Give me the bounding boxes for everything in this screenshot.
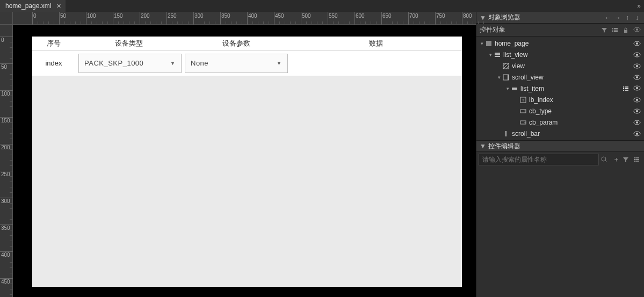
disclosure-icon[interactable]: ▼ bbox=[480, 142, 486, 150]
eye-icon[interactable] bbox=[633, 41, 641, 46]
tree-node-label: view bbox=[512, 62, 603, 70]
svg-rect-28 bbox=[623, 86, 624, 88]
hatch-icon bbox=[502, 62, 510, 70]
svg-rect-32 bbox=[623, 90, 624, 91]
property-search-row: ＋ bbox=[476, 152, 644, 167]
control-editor-title: 控件编辑器 bbox=[488, 142, 520, 151]
file-tab[interactable]: home_page.xml × bbox=[0, 0, 66, 12]
svg-point-16 bbox=[636, 54, 638, 56]
svg-rect-53 bbox=[634, 159, 635, 160]
nav-forward-icon[interactable]: → bbox=[614, 14, 621, 21]
tree-node-label: scroll_view bbox=[512, 74, 603, 81]
expander-icon[interactable]: ▾ bbox=[487, 52, 494, 57]
tree-node-view[interactable]: view bbox=[476, 60, 644, 71]
tree-node-label: cb_type bbox=[529, 107, 603, 115]
svg-rect-13 bbox=[495, 54, 500, 55]
combo-icon bbox=[519, 107, 527, 115]
svg-rect-1 bbox=[614, 28, 618, 29]
tree-node-list_view[interactable]: ▾list_view bbox=[476, 49, 644, 60]
close-icon[interactable]: × bbox=[56, 2, 61, 10]
item-icon bbox=[511, 85, 518, 92]
list-icon[interactable] bbox=[612, 27, 618, 33]
svg-rect-5 bbox=[614, 31, 618, 32]
svg-point-49 bbox=[602, 157, 606, 161]
expander-icon[interactable]: ▾ bbox=[496, 75, 502, 80]
search-icon[interactable] bbox=[601, 156, 610, 163]
filter-icon[interactable] bbox=[623, 156, 631, 163]
svg-line-19 bbox=[503, 63, 506, 66]
svg-point-35 bbox=[636, 87, 638, 89]
type-combobox[interactable]: PACK_SKP_1000 ▼ bbox=[78, 54, 182, 73]
tree-node-cb_param[interactable]: cb_param bbox=[476, 117, 644, 128]
eye-icon[interactable] bbox=[633, 120, 641, 125]
vertical-ruler: 050100150200250300350400450 bbox=[0, 25, 13, 297]
cell-index: index bbox=[32, 59, 75, 67]
list-icon[interactable] bbox=[623, 85, 629, 92]
eye-icon[interactable] bbox=[633, 97, 641, 103]
tree-node-scroll_bar[interactable]: scroll_bar bbox=[476, 128, 644, 139]
param-combobox-value: None bbox=[191, 59, 208, 67]
add-icon[interactable]: ＋ bbox=[612, 155, 620, 164]
tab-filename: home_page.xml bbox=[5, 2, 51, 10]
canvas-viewport[interactable]: 序号 设备类型 设备参数 数据 index PACK_SKP_1000 ▼ No… bbox=[13, 25, 476, 297]
disclosure-icon[interactable]: ▼ bbox=[480, 14, 486, 21]
expander-icon[interactable]: ▾ bbox=[504, 86, 511, 91]
tree-node-scroll_view[interactable]: ▾scroll_view bbox=[476, 71, 644, 83]
svg-line-18 bbox=[503, 63, 509, 69]
eye-icon[interactable] bbox=[633, 85, 641, 92]
main-layout: 0501001502002503003504004505005506006507… bbox=[0, 12, 644, 297]
list-row: index PACK_SKP_1000 ▼ None ▼ bbox=[32, 50, 462, 76]
tree-node-lb_index[interactable]: Tlb_index bbox=[476, 94, 644, 105]
svg-point-8 bbox=[636, 28, 638, 31]
header-col-data: 数据 bbox=[290, 39, 462, 48]
list-header: 序号 设备类型 设备参数 数据 bbox=[32, 37, 462, 50]
svg-rect-56 bbox=[635, 161, 639, 162]
eye-icon[interactable] bbox=[633, 52, 641, 57]
text-icon: T bbox=[519, 96, 527, 104]
eye-icon[interactable] bbox=[633, 27, 641, 33]
nav-back-icon[interactable]: ← bbox=[604, 14, 612, 21]
svg-rect-24 bbox=[508, 75, 509, 80]
svg-rect-31 bbox=[625, 88, 628, 89]
svg-rect-9 bbox=[486, 41, 491, 46]
list-icon[interactable] bbox=[633, 156, 642, 163]
param-combobox[interactable]: None ▼ bbox=[185, 54, 288, 73]
svg-point-22 bbox=[636, 65, 638, 67]
object-browser-header: ▼ 对象浏览器 ← → ↑ ↓ bbox=[476, 12, 644, 24]
tree-node-home_page[interactable]: ▾home_page bbox=[476, 38, 644, 49]
svg-rect-46 bbox=[505, 131, 506, 136]
editor-pane: 0501001502002503003504004505005506006507… bbox=[0, 12, 476, 297]
svg-point-48 bbox=[636, 133, 638, 135]
tree-node-cb_type[interactable]: cb_type bbox=[476, 105, 644, 117]
type-combobox-value: PACK_SKP_1000 bbox=[84, 59, 143, 67]
control-editor-header: ▼ 控件编辑器 bbox=[476, 140, 644, 152]
filter-icon[interactable] bbox=[601, 27, 607, 33]
svg-line-20 bbox=[506, 66, 509, 69]
eye-icon[interactable] bbox=[633, 63, 641, 69]
nav-up-icon[interactable]: ↑ bbox=[624, 14, 631, 21]
tree-node-label: list_item bbox=[520, 85, 603, 92]
lock-icon[interactable] bbox=[623, 27, 629, 33]
eye-icon[interactable] bbox=[633, 108, 641, 114]
property-editor-body bbox=[476, 167, 644, 297]
eye-icon[interactable] bbox=[633, 131, 641, 136]
svg-point-26 bbox=[636, 76, 638, 78]
svg-text:T: T bbox=[522, 98, 525, 103]
svg-line-50 bbox=[605, 161, 607, 162]
object-browser-title: 对象浏览器 bbox=[488, 13, 604, 22]
property-search-input[interactable] bbox=[479, 154, 599, 165]
svg-rect-6 bbox=[624, 30, 627, 33]
tree-node-label: lb_index bbox=[529, 96, 603, 104]
svg-rect-55 bbox=[634, 161, 635, 162]
tree-node-label: cb_param bbox=[529, 119, 603, 126]
tab-overflow-icon[interactable]: » bbox=[637, 2, 641, 10]
side-panel: ▼ 对象浏览器 ← → ↑ ↓ 控件对象 bbox=[476, 12, 644, 297]
eye-icon[interactable] bbox=[633, 75, 641, 80]
expander-icon[interactable]: ▾ bbox=[479, 41, 485, 46]
nav-down-icon[interactable]: ↓ bbox=[633, 14, 641, 21]
tree-node-list_item[interactable]: ▾list_item bbox=[476, 83, 644, 94]
svg-rect-51 bbox=[634, 157, 635, 158]
canvas-page[interactable]: 序号 设备类型 设备参数 数据 index PACK_SKP_1000 ▼ No… bbox=[32, 37, 462, 287]
page-icon bbox=[485, 40, 493, 47]
svg-rect-33 bbox=[625, 90, 628, 91]
